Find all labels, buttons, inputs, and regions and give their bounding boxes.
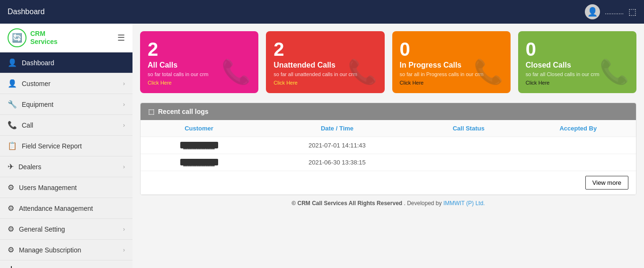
col-call-status: Call Status — [417, 120, 520, 137]
call-logs-title: Recent call logs — [158, 108, 209, 115]
sidebar-item-call[interactable]: 📞 Call › — [0, 115, 132, 136]
equipment-icon: 🔧 — [8, 100, 17, 109]
sidebar-item-label: Dealers — [18, 163, 41, 171]
row2-datetime: 2021-06-30 13:38:15 — [257, 154, 417, 171]
footer-company-link[interactable]: IMMWIT (P) Ltd. — [443, 200, 485, 207]
users-icon: ⚙ — [8, 183, 14, 192]
stat-card-closed-calls[interactable]: 0 Closed Calls so far all Closed calls i… — [518, 31, 636, 93]
main-content: 2 All Calls so far total calls in our cr… — [132, 24, 644, 268]
sidebar-item-logout[interactable]: ⏻ Log Out — [0, 260, 132, 268]
phone-icon: 📞 — [221, 58, 251, 86]
sidebar: 🔄 CRM Services ☰ 👤 Dashboard 👤 Customer … — [0, 24, 132, 268]
chevron-right-icon: › — [123, 80, 125, 87]
avatar: 👤 — [585, 4, 600, 19]
sidebar-item-dashboard[interactable]: 👤 Dashboard — [0, 52, 132, 73]
chevron-right-icon: › — [123, 247, 125, 253]
call-logs-header: ⬚ Recent call logs — [141, 103, 636, 120]
stat-card-unattended-calls[interactable]: 2 Unattended Calls so far all unattended… — [266, 31, 384, 93]
logo-area: 🔄 CRM Services — [8, 28, 58, 47]
col-accepted-by: Accepted By — [520, 120, 636, 137]
call-logs-icon: ⬚ — [148, 108, 154, 115]
sidebar-item-equipment[interactable]: 🔧 Equipment › — [0, 94, 132, 115]
view-more-row: View more — [141, 171, 636, 195]
row2-call-status — [417, 154, 520, 171]
settings-icon: ⚙ — [8, 225, 14, 233]
table-row: ▓▓▓▓▓▓▓ 2021-06-30 13:38:15 — [141, 154, 636, 171]
stat-card-all-calls[interactable]: 2 All Calls so far total calls in our cr… — [140, 31, 258, 93]
phone-icon: 📞 — [600, 58, 629, 86]
row2-customer: ▓▓▓▓▓▓▓ — [141, 154, 257, 171]
closed-calls-number: 0 — [526, 39, 629, 60]
call-logs-table: Customer Date / Time Call Status Accepte… — [141, 120, 636, 195]
crm-logo-icon: 🔄 — [8, 28, 26, 47]
sidebar-item-attendance-management[interactable]: ⚙ Attendance Management — [0, 198, 132, 219]
sidebar-item-label: Attendance Management — [19, 205, 93, 212]
phone-icon: 📞 — [348, 58, 377, 86]
call-logs-section: ⬚ Recent call logs Customer Date / Time … — [140, 103, 636, 195]
row2-accepted-by — [520, 154, 636, 171]
attendance-icon: ⚙ — [8, 204, 14, 213]
phone-icon: 📞 — [474, 58, 503, 86]
logout-sidebar-icon: ⏻ — [8, 266, 15, 268]
sidebar-logo: 🔄 CRM Services ☰ — [0, 24, 132, 52]
logout-icon[interactable]: ⬚ — [628, 7, 636, 17]
user-name: ........... — [605, 9, 624, 16]
sidebar-item-label: Equipment — [22, 101, 53, 108]
sidebar-item-general-setting[interactable]: ⚙ General Setting › — [0, 219, 132, 240]
view-more-button[interactable]: View more — [585, 176, 628, 190]
row1-accepted-by — [520, 137, 636, 154]
customer-icon: 👤 — [8, 79, 17, 88]
header-right: 👤 ........... ⬚ — [585, 4, 636, 19]
row1-customer: ▓▓▓▓▓▓▓ — [141, 137, 257, 154]
top-header: Dashboard 👤 ........... ⬚ — [0, 0, 644, 24]
sidebar-item-users-management[interactable]: ⚙ Users Management — [0, 177, 132, 198]
sidebar-item-label: General Setting — [19, 225, 65, 233]
dealers-icon: ✈ — [8, 162, 14, 171]
chevron-right-icon: › — [123, 122, 125, 129]
report-icon: 📋 — [8, 141, 17, 150]
sidebar-item-label: Customer — [22, 80, 51, 87]
chevron-right-icon: › — [123, 164, 125, 170]
row1-datetime: 2021-07-01 14:11:43 — [257, 137, 417, 154]
sidebar-item-label: Users Management — [19, 184, 77, 191]
sidebar-item-dealers[interactable]: ✈ Dealers › — [0, 156, 132, 177]
all-calls-number: 2 — [148, 39, 251, 60]
footer-copyright: © CRM Call Services All Rights Reserved … — [291, 200, 485, 207]
sidebar-item-label: Field Service Report — [22, 142, 82, 150]
sidebar-item-label: Call — [22, 121, 33, 129]
stat-card-in-progress-calls[interactable]: 0 In Progress Calls so far all in Progre… — [392, 31, 511, 93]
row1-call-status — [417, 137, 520, 154]
subscription-icon: ⚙ — [8, 245, 14, 254]
header-title: Dashboard — [8, 8, 44, 16]
sidebar-item-customer[interactable]: 👤 Customer › — [0, 73, 132, 94]
unattended-calls-number: 2 — [273, 39, 377, 60]
header-left: Dashboard — [8, 8, 44, 16]
table-header-row: Customer Date / Time Call Status Accepte… — [141, 120, 636, 137]
chevron-right-icon: › — [123, 226, 125, 233]
call-icon: 📞 — [8, 121, 17, 130]
sidebar-item-manage-subscription[interactable]: ⚙ Manage Subscription › — [0, 240, 132, 260]
chevron-right-icon: › — [123, 101, 125, 108]
dashboard-icon: 👤 — [8, 58, 17, 67]
logo-text: CRM Services — [30, 30, 58, 46]
in-progress-calls-number: 0 — [400, 39, 503, 60]
col-customer: Customer — [141, 120, 257, 137]
sidebar-item-label: Manage Subscription — [19, 246, 81, 254]
sidebar-item-label: Dashboard — [22, 59, 54, 67]
hamburger-icon[interactable]: ☰ — [117, 33, 125, 43]
footer: © CRM Call Services All Rights Reserved … — [140, 195, 636, 211]
main-layout: 🔄 CRM Services ☰ 👤 Dashboard 👤 Customer … — [0, 24, 644, 268]
table-row: ▓▓▓▓▓▓▓ 2021-07-01 14:11:43 — [141, 137, 636, 154]
stats-row: 2 All Calls so far total calls in our cr… — [140, 31, 636, 93]
sidebar-item-field-service-report[interactable]: 📋 Field Service Report — [0, 136, 132, 156]
col-datetime: Date / Time — [257, 120, 417, 137]
